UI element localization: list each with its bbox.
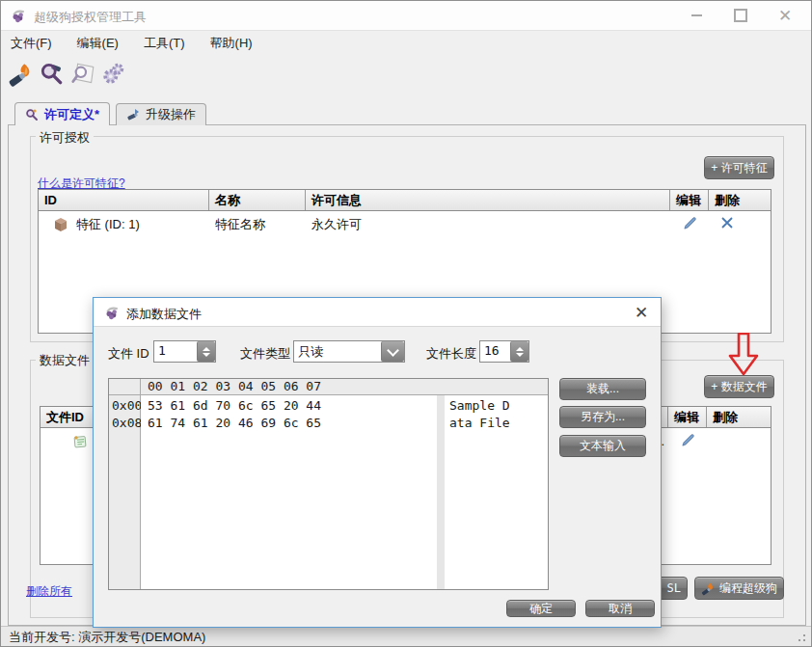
feature-id-text: 特征 (ID: 1) — [76, 216, 140, 233]
status-bar: 当前开发号: 演示开发号(DEMOMA) — [1, 626, 811, 647]
tab-upgrade-label: 升级操作 — [146, 106, 196, 123]
spin-up-icon — [516, 347, 524, 351]
tab-upgrade-operation[interactable]: 升级操作 — [116, 103, 206, 125]
maximize-icon — [734, 9, 747, 22]
hex-column-header: 00 01 02 03 04 05 06 07 — [141, 379, 437, 395]
program-superdog-button[interactable]: 编程超级狗 — [694, 577, 784, 600]
hex-ascii-header — [445, 379, 548, 395]
title-bar: 超级狗授权管理工具 ✕ — [1, 1, 811, 31]
delete-x-icon[interactable] — [720, 216, 734, 232]
edit-pencil-icon[interactable] — [681, 433, 695, 450]
file-length-spinner[interactable]: 16 — [479, 340, 529, 363]
window-title: 超级狗授权管理工具 — [34, 9, 147, 26]
menu-tools[interactable]: 工具(T) — [131, 35, 198, 52]
hex-gutter-header — [109, 379, 141, 395]
view-report-icon[interactable] — [68, 60, 97, 89]
col-file-delete[interactable]: 删除 — [707, 407, 771, 427]
file-type-label: 文件类型 — [240, 345, 290, 363]
delete-all-link[interactable]: 删除所有 — [26, 583, 72, 600]
datafile-group-title: 数据文件 — [36, 352, 94, 369]
file-length-value: 16 — [480, 341, 510, 362]
hex-bytes-area[interactable]: 53 61 6d 70 6c 65 20 44 61 74 61 20 46 6… — [141, 395, 437, 589]
ok-button[interactable]: 确定 — [506, 600, 576, 617]
col-name[interactable]: 名称 — [209, 190, 306, 210]
app-icon — [11, 8, 27, 28]
feature-delete-cell — [709, 216, 771, 232]
spin-up-icon — [203, 347, 210, 351]
hex-bytes-line[interactable]: 61 74 61 20 46 69 6c 65 — [141, 415, 437, 432]
file-length-label: 文件长度 — [426, 345, 476, 363]
file-id-label: 文件 ID — [108, 345, 149, 363]
feature-row[interactable]: 特征 (ID: 1) 特征名称 永久许可 — [39, 211, 771, 237]
feature-license-text: 永久许可 — [306, 216, 670, 233]
menu-help[interactable]: 帮助(H) — [198, 35, 265, 52]
col-id[interactable]: ID — [39, 190, 209, 210]
menu-edit[interactable]: 编辑(E) — [65, 35, 131, 52]
datafile-edit-cell — [668, 433, 707, 450]
file-type-value: 只读 — [294, 341, 381, 362]
hex-ascii-area[interactable]: Sample D ata File — [445, 395, 548, 589]
hex-ascii-line[interactable]: Sample D — [445, 397, 548, 415]
license-table-header: ID 名称 许可信息 编辑 删除 — [39, 190, 771, 211]
file-id-spin-buttons[interactable] — [197, 341, 215, 362]
hex-divider-header — [437, 379, 445, 395]
cancel-button[interactable]: 取消 — [585, 600, 655, 617]
minimize-button[interactable] — [674, 1, 718, 30]
menu-file[interactable]: 文件(F) — [1, 35, 65, 52]
inspect-license-icon[interactable] — [38, 60, 67, 89]
status-text: 当前开发号: 演示开发号(DEMOMA) — [1, 629, 205, 646]
load-button[interactable]: 装载... — [559, 378, 646, 400]
chevron-down-icon — [387, 344, 399, 357]
col-license-info[interactable]: 许可信息 — [306, 190, 670, 210]
edit-pencil-icon[interactable] — [683, 216, 697, 233]
program-superdog-label: 编程超级狗 — [719, 580, 777, 597]
license-group-title: 许可授权 — [36, 129, 94, 147]
file-type-dropdown-button[interactable] — [381, 341, 404, 362]
resize-grip-icon[interactable] — [797, 633, 806, 642]
tab-license-definition[interactable]: 许可定义* — [14, 102, 110, 125]
file-type-combo[interactable]: 只读 — [293, 340, 405, 363]
dialog-title: 添加数据文件 — [126, 306, 202, 323]
settings-gears-icon[interactable] — [99, 60, 128, 89]
hex-bytes-line[interactable]: 53 61 6d 70 6c 65 20 44 — [141, 397, 437, 415]
feature-name-text: 特征名称 — [209, 216, 306, 233]
program-dongle-icon — [701, 581, 716, 596]
toolbar — [1, 55, 811, 94]
col-edit[interactable]: 编辑 — [670, 190, 709, 210]
datafile-note-icon — [72, 434, 88, 449]
hex-editor[interactable]: 00 01 02 03 04 05 06 07 0x00 0x08 53 61 … — [108, 378, 549, 590]
menu-bar: 文件(F) 编辑(E) 工具(T) 帮助(H) — [1, 31, 811, 55]
annotation-arrow-icon — [726, 333, 761, 381]
col-file-edit[interactable]: 编辑 — [668, 407, 707, 427]
program-dog-icon[interactable] — [7, 60, 36, 89]
hex-divider — [437, 395, 445, 589]
save-as-button[interactable]: 另存为... — [559, 406, 646, 428]
main-window: 超级狗授权管理工具 ✕ 文件(F) 编辑(E) 工具(T) 帮助(H) — [0, 0, 812, 647]
dialog-app-icon — [104, 305, 121, 325]
hex-address-gutter: 0x00 0x08 — [109, 395, 141, 589]
close-button[interactable]: ✕ — [763, 1, 807, 30]
feature-cube-icon — [53, 217, 68, 232]
text-input-button[interactable]: 文本输入 — [559, 435, 646, 457]
dialog-close-button[interactable]: ✕ — [632, 303, 651, 322]
add-data-file-dialog: 添加数据文件 ✕ 文件 ID 1 文件类型 只读 文件长度 16 00 01 0… — [93, 297, 662, 628]
upgrade-tab-icon — [126, 108, 140, 121]
dialog-title-bar: 添加数据文件 ✕ — [94, 298, 661, 327]
maximize-button[interactable] — [718, 1, 763, 30]
hex-address: 0x00 — [109, 397, 140, 415]
tab-license-label: 许可定义* — [44, 106, 99, 123]
feature-edit-cell — [670, 216, 709, 233]
file-length-spin-buttons[interactable] — [510, 341, 528, 362]
spin-down-icon — [516, 353, 524, 357]
minimize-icon — [691, 14, 702, 16]
add-license-feature-button[interactable]: + 许可特征 — [704, 156, 774, 179]
hex-ascii-line[interactable]: ata File — [445, 415, 548, 432]
license-tab-icon — [25, 108, 39, 121]
file-id-spinner[interactable]: 1 — [153, 340, 216, 363]
col-delete[interactable]: 删除 — [709, 190, 771, 210]
spin-down-icon — [203, 353, 210, 357]
file-id-value: 1 — [154, 341, 197, 362]
hex-address: 0x08 — [109, 415, 140, 432]
